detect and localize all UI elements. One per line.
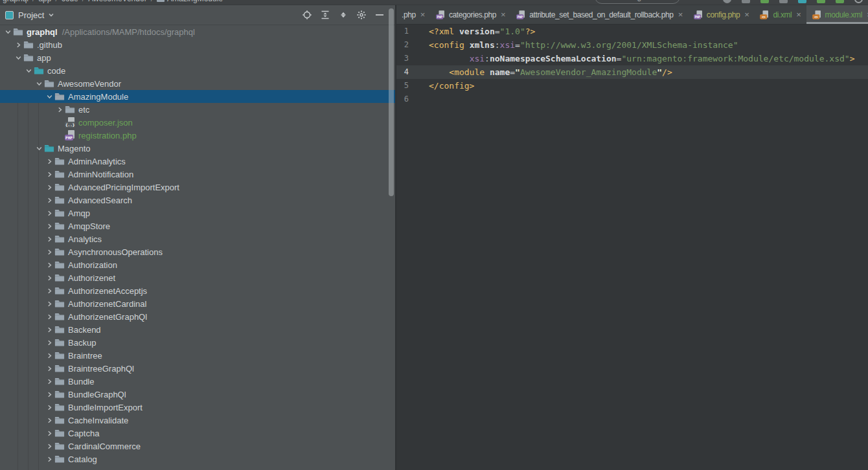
editor-tab-module.xml[interactable]: <>module.xml× bbox=[806, 5, 868, 24]
chevron-right-icon[interactable] bbox=[44, 298, 54, 309]
tree-row[interactable]: app bbox=[0, 51, 395, 64]
tree-row[interactable]: .github bbox=[0, 38, 395, 51]
chevron-down-icon[interactable] bbox=[48, 12, 54, 18]
chevron-right-icon[interactable] bbox=[44, 324, 54, 335]
chevron-right-icon[interactable] bbox=[13, 39, 23, 50]
chevron-right-icon[interactable] bbox=[44, 428, 54, 438]
close-tab-icon[interactable]: × bbox=[678, 10, 683, 19]
chevron-right-icon[interactable] bbox=[44, 260, 54, 270]
tree-row[interactable]: AdminAnalytics bbox=[0, 155, 395, 168]
tree-row[interactable]: CardinalCommerce bbox=[0, 440, 395, 453]
chevron-right-icon[interactable] bbox=[44, 441, 54, 451]
close-tab-icon[interactable]: × bbox=[501, 10, 505, 19]
debug-icon[interactable] bbox=[742, 0, 750, 3]
chevron-right-icon[interactable] bbox=[44, 376, 54, 386]
tree-row[interactable]: Braintree bbox=[0, 349, 395, 362]
tree-row[interactable]: Backup bbox=[0, 336, 395, 349]
tree-row[interactable]: Authorization bbox=[0, 258, 395, 271]
vcs-commit-icon[interactable] bbox=[836, 0, 844, 3]
breadcrumb-item[interactable]: code bbox=[62, 0, 78, 3]
tree-row[interactable]: PHPregistration.php bbox=[0, 129, 395, 142]
chevron-right-icon[interactable] bbox=[44, 454, 54, 464]
tree-row[interactable]: BundleImportExport bbox=[0, 401, 395, 414]
chevron-right-icon[interactable] bbox=[44, 311, 54, 322]
chevron-right-icon[interactable] bbox=[44, 273, 54, 283]
chevron-right-icon[interactable] bbox=[44, 234, 54, 244]
locate-opened-file-button[interactable] bbox=[299, 7, 315, 23]
breadcrumb-item[interactable]: AwesomeVendor bbox=[88, 0, 147, 3]
tree-row[interactable]: AuthorizenetGraphQl bbox=[0, 310, 395, 323]
editor-tab-attribute-set-based-on-default-rollback.php[interactable]: PHPattribute_set_based_on_default_rollba… bbox=[510, 5, 688, 24]
stop-icon[interactable] bbox=[798, 0, 806, 3]
tree-row[interactable]: AdvancedSearch bbox=[0, 194, 395, 207]
chevron-right-icon[interactable] bbox=[44, 195, 54, 205]
breadcrumb-item[interactable]: AmazingModule bbox=[167, 0, 223, 3]
editor-tab-di.xml[interactable]: <>di.xml× bbox=[754, 5, 806, 24]
tree-row[interactable]: BraintreeGraphQl bbox=[0, 362, 395, 375]
chevron-right-icon[interactable] bbox=[44, 169, 54, 179]
chevron-right-icon[interactable] bbox=[54, 104, 65, 115]
hide-panel-button[interactable] bbox=[372, 7, 387, 23]
chevron-down-icon[interactable] bbox=[23, 65, 34, 76]
tree-row[interactable]: Bundle bbox=[0, 375, 395, 388]
tree-scrollbar-thumb[interactable] bbox=[389, 8, 394, 196]
tree-row[interactable]: code bbox=[0, 64, 395, 77]
editor-tab-categories.php[interactable]: PHPcategories.php× bbox=[430, 5, 510, 24]
chevron-right-icon[interactable] bbox=[44, 247, 54, 257]
expand-collapse-button[interactable] bbox=[317, 7, 333, 23]
breadcrumb-item[interactable]: graphql bbox=[3, 0, 29, 3]
search-everywhere-icon[interactable] bbox=[854, 0, 863, 3]
collapse-all-button[interactable] bbox=[336, 7, 351, 23]
chevron-down-icon[interactable] bbox=[3, 27, 13, 37]
close-tab-icon[interactable]: × bbox=[420, 10, 425, 19]
chevron-right-icon[interactable] bbox=[44, 337, 54, 348]
vcs-update-icon[interactable] bbox=[817, 0, 825, 3]
tree-row[interactable]: Backend bbox=[0, 323, 395, 336]
editor-tab-.php[interactable]: .php× bbox=[396, 5, 430, 24]
run-icon[interactable] bbox=[723, 0, 731, 3]
chevron-right-icon[interactable] bbox=[44, 415, 54, 425]
chevron-right-icon[interactable] bbox=[44, 182, 54, 192]
add-configuration-button[interactable]: Add Configuration... bbox=[595, 0, 680, 4]
tree-row[interactable]: Catalog bbox=[0, 453, 395, 465]
coverage-icon[interactable] bbox=[760, 0, 769, 3]
chevron-right-icon[interactable] bbox=[44, 363, 54, 374]
tree-row[interactable]: {..}composer.json bbox=[0, 116, 395, 129]
settings-gear-icon[interactable] bbox=[354, 7, 369, 23]
tree-row[interactable]: Captcha bbox=[0, 427, 395, 440]
chevron-right-icon[interactable] bbox=[44, 285, 54, 296]
tree-row[interactable]: AsynchronousOperations bbox=[0, 245, 395, 258]
chevron-right-icon[interactable] bbox=[44, 156, 54, 166]
tree-row[interactable]: AdminNotification bbox=[0, 168, 395, 181]
chevron-right-icon[interactable] bbox=[44, 208, 54, 218]
tree-row[interactable]: AuthorizenetAcceptjs bbox=[0, 284, 395, 297]
editor-tab-config.php[interactable]: PHPconfig.php× bbox=[688, 5, 755, 24]
chevron-right-icon[interactable] bbox=[44, 350, 54, 361]
chevron-down-icon[interactable] bbox=[13, 52, 23, 63]
chevron-right-icon[interactable] bbox=[44, 402, 54, 412]
tree-row[interactable]: Authorizenet bbox=[0, 271, 395, 284]
breadcrumb[interactable]: graphql/app/code/AwesomeVendor/AmazingMo… bbox=[3, 0, 223, 5]
breadcrumb-item[interactable]: app bbox=[38, 0, 51, 3]
chevron-down-icon[interactable] bbox=[34, 143, 44, 153]
tree-row-selected[interactable]: AmazingModule bbox=[0, 90, 395, 103]
tree-row[interactable]: AuthorizenetCardinal bbox=[0, 297, 395, 310]
code-editor[interactable]: 1<?xml version="1.0"?>2<config xmlns:xsi… bbox=[396, 25, 868, 470]
profiler-icon[interactable] bbox=[779, 0, 788, 3]
chevron-right-icon[interactable] bbox=[44, 221, 54, 231]
chevron-down-icon[interactable] bbox=[44, 91, 54, 102]
tree-row[interactable]: AwesomeVendor bbox=[0, 77, 395, 90]
tree-row[interactable]: BundleGraphQl bbox=[0, 388, 395, 401]
tree-row[interactable]: AmqpStore bbox=[0, 219, 395, 232]
close-tab-icon[interactable]: × bbox=[744, 10, 749, 19]
tree-row[interactable]: CacheInvalidate bbox=[0, 414, 395, 427]
tree-row[interactable]: etc bbox=[0, 103, 395, 116]
chevron-right-icon[interactable] bbox=[44, 389, 54, 399]
tree-row[interactable]: Analytics bbox=[0, 232, 395, 245]
project-panel-title[interactable]: Project bbox=[18, 10, 44, 20]
tree-row[interactable]: graphql/Applications/MAMP/htdocs/graphql bbox=[0, 25, 395, 38]
tree-row[interactable]: Amqp bbox=[0, 207, 395, 219]
chevron-down-icon[interactable] bbox=[34, 78, 44, 89]
tree-row[interactable]: Magento bbox=[0, 142, 395, 155]
close-tab-icon[interactable]: × bbox=[796, 10, 801, 19]
